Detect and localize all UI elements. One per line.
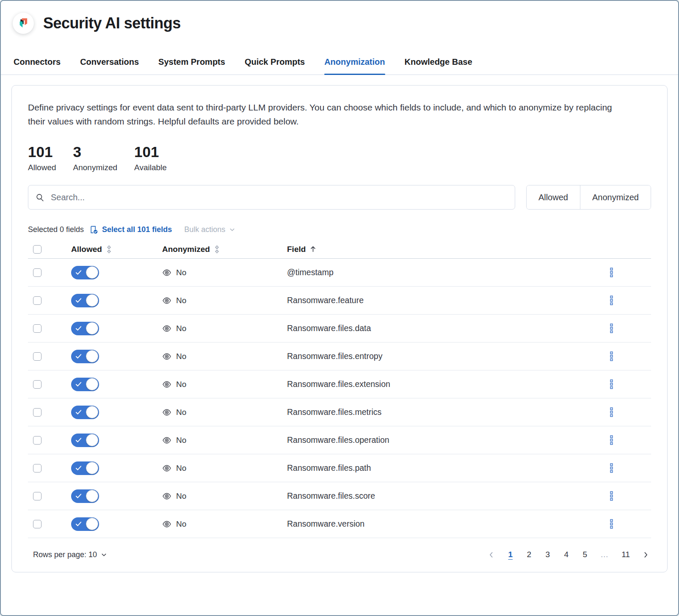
row-checkbox[interactable] (33, 408, 41, 417)
allowed-toggle[interactable] (71, 266, 99, 279)
allowed-toggle[interactable] (71, 294, 99, 307)
boxes-vertical-icon (610, 407, 613, 417)
allowed-toggle[interactable] (71, 378, 99, 391)
row-actions-button[interactable] (607, 321, 616, 336)
row-actions-button[interactable] (607, 433, 616, 447)
eye-icon (162, 324, 171, 333)
bulk-actions-button[interactable]: Bulk actions (184, 225, 235, 234)
check-icon (75, 465, 82, 473)
allowed-toggle[interactable] (71, 350, 99, 363)
row-actions-cell (566, 349, 651, 364)
allowed-toggle[interactable] (71, 489, 99, 503)
row-actions-button[interactable] (607, 265, 616, 280)
tabs: ConnectorsConversationsSystem PromptsQui… (1, 57, 678, 75)
page-number-1[interactable]: 1 (507, 550, 513, 559)
row-checkbox[interactable] (33, 464, 41, 472)
tab-conversations[interactable]: Conversations (80, 57, 139, 75)
field-name: Ransomware.files.extension (287, 379, 390, 389)
select-all-checkbox[interactable] (33, 245, 41, 254)
allowed-toggle[interactable] (71, 322, 99, 335)
row-checkbox-cell (28, 436, 66, 445)
next-page-button[interactable] (642, 551, 649, 558)
allowed-toggle[interactable] (71, 517, 99, 531)
page-number-2[interactable]: 2 (526, 550, 532, 559)
page-number-5[interactable]: 5 (582, 550, 588, 559)
tab-knowledge-base[interactable]: Knowledge Base (405, 57, 472, 75)
check-icon (75, 521, 82, 529)
table-row: No Ransomware.files.metrics (28, 398, 651, 426)
row-actions-button[interactable] (607, 461, 616, 475)
anonymized-value: No (176, 492, 186, 501)
row-allowed-cell (66, 350, 157, 363)
anonymized-value: No (176, 436, 186, 445)
allowed-toggle[interactable] (71, 434, 99, 447)
table-row: No Ransomware.files.operation (28, 426, 651, 454)
table-row: No Ransomware.files.entropy (28, 343, 651, 370)
filter-group: Allowed Anonymized (526, 185, 651, 210)
filter-anonymized-button[interactable]: Anonymized (580, 185, 651, 209)
search-icon (36, 193, 44, 202)
row-checkbox[interactable] (33, 492, 41, 500)
row-actions-cell (566, 293, 651, 308)
search-input[interactable] (50, 192, 507, 203)
row-checkbox[interactable] (33, 296, 41, 305)
row-checkbox[interactable] (33, 324, 41, 333)
page-number-11[interactable]: 11 (621, 550, 630, 559)
sortable-icon (214, 245, 220, 254)
tab-connectors[interactable]: Connectors (14, 57, 61, 75)
toggle-thumb (86, 490, 98, 502)
row-allowed-cell (66, 294, 157, 307)
field-name: Ransomware.version (287, 519, 364, 529)
row-checkbox[interactable] (33, 436, 41, 445)
check-icon (75, 353, 82, 361)
allowed-toggle[interactable] (71, 406, 99, 419)
row-actions-button[interactable] (607, 517, 616, 531)
row-checkbox[interactable] (33, 352, 41, 361)
page-number-4[interactable]: 4 (563, 550, 569, 559)
chevron-down-icon (229, 227, 235, 233)
page-number-3[interactable]: 3 (544, 550, 551, 559)
check-icon (75, 493, 82, 501)
tab-system-prompts[interactable]: System Prompts (158, 57, 225, 75)
row-checkbox[interactable] (33, 268, 41, 277)
row-allowed-cell (66, 406, 157, 419)
row-actions-button[interactable] (607, 349, 616, 364)
eye-icon (162, 408, 171, 417)
row-actions-button[interactable] (607, 293, 616, 308)
row-checkbox-cell (28, 268, 66, 277)
eye-icon (162, 296, 171, 305)
row-anonymized-cell: No (157, 380, 282, 389)
row-checkbox[interactable] (33, 520, 41, 528)
row-actions-cell (566, 321, 651, 336)
tab-quick-prompts[interactable]: Quick Prompts (245, 57, 305, 75)
row-actions-button[interactable] (607, 405, 616, 420)
stat-available: 101 Available (134, 144, 167, 172)
row-allowed-cell (66, 517, 157, 531)
select-all-link[interactable]: Select all 101 fields (89, 225, 172, 234)
field-name: Ransomware.files.path (287, 463, 371, 473)
filter-allowed-button[interactable]: Allowed (527, 185, 580, 209)
row-actions-button[interactable] (607, 489, 616, 503)
row-actions-button[interactable] (607, 377, 616, 392)
row-actions-cell (566, 517, 651, 531)
rows-per-page-label: Rows per page: 10 (33, 550, 97, 559)
stat-label: Anonymized (73, 163, 118, 172)
bulk-actions-label: Bulk actions (184, 225, 225, 234)
search-box[interactable] (28, 185, 515, 210)
chevron-down-icon (101, 552, 107, 558)
eye-icon (162, 268, 171, 277)
elastic-security-shield-icon (17, 17, 30, 30)
boxes-vertical-icon (610, 435, 613, 445)
column-header-anonymized[interactable]: Anonymized (157, 245, 282, 254)
allowed-toggle[interactable] (71, 461, 99, 475)
tab-anonymization[interactable]: Anonymization (324, 57, 385, 75)
toggle-thumb (86, 266, 98, 279)
column-header-field[interactable]: Field (282, 245, 566, 254)
eye-icon (162, 352, 171, 361)
row-checkbox[interactable] (33, 380, 41, 389)
row-allowed-cell (66, 266, 157, 279)
column-header-allowed[interactable]: Allowed (66, 245, 157, 254)
page-header: Security AI settings (1, 1, 678, 34)
row-field-cell: @timestamp (282, 268, 566, 277)
rows-per-page-button[interactable]: Rows per page: 10 (33, 550, 107, 559)
